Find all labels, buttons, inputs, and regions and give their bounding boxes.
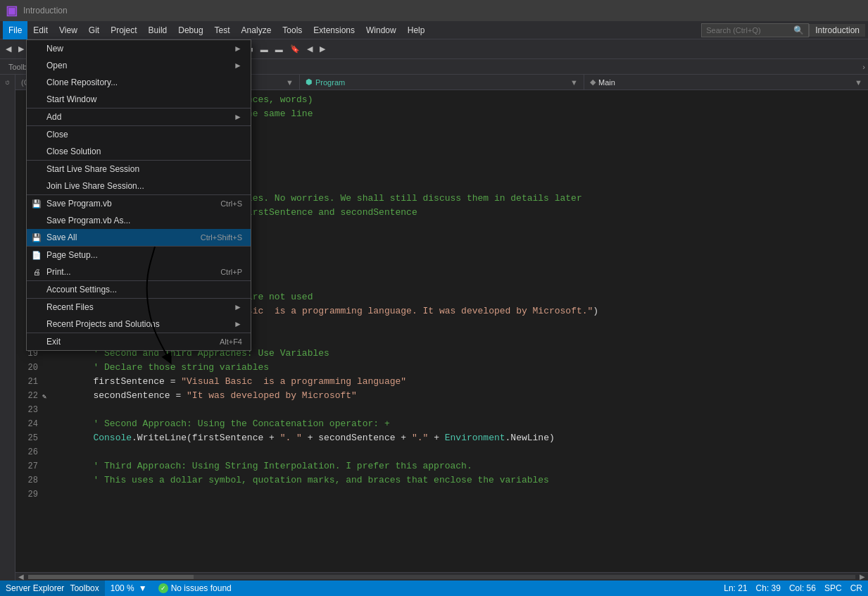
nav-method-label: Main: [598, 78, 615, 87]
code-line-blank7: [49, 403, 868, 417]
nav-class[interactable]: ⬢ Program ▼: [300, 75, 584, 90]
zoom-dropdown-icon: ▼: [139, 583, 147, 593]
status-left-panel: Server Explorer Toolbox: [0, 581, 105, 596]
spc-label: SPC: [824, 583, 842, 593]
code-line-c7: ' Declare those string variables: [49, 361, 868, 375]
line-num-20: 20: [15, 361, 38, 375]
collapse-btn[interactable]: ›: [862, 63, 865, 71]
toolbar-bookmark-btn[interactable]: 🔖: [287, 41, 303, 58]
menu-recent-files-arrow: ►: [234, 302, 242, 312]
menu-recent-files-label: Recent Files: [46, 302, 94, 312]
menu-extensions[interactable]: Extensions: [308, 21, 360, 39]
menu-analyze[interactable]: Analyze: [236, 21, 277, 39]
print-icon: 🖨: [31, 266, 42, 278]
toolbar-align-btn[interactable]: ▬: [258, 41, 271, 58]
scroll-left-btn[interactable]: ◀: [15, 573, 27, 581]
toolbar-nav2-btn[interactable]: ▶: [317, 41, 328, 58]
search-icon: 🔍: [793, 25, 804, 35]
menu-join-live[interactable]: Join Live Share Session...: [27, 178, 251, 194]
menu-window[interactable]: Window: [360, 21, 402, 39]
h-scroll-track[interactable]: [28, 575, 855, 579]
title-text: Introduction: [23, 6, 68, 15]
menu-new[interactable]: New ►: [27, 40, 251, 57]
menu-live-share[interactable]: Start Live Share Session: [27, 161, 251, 178]
menu-view[interactable]: View: [54, 21, 83, 39]
code-line-assign1: firstSentence = "Visual Basic is a progr…: [49, 375, 868, 389]
menu-save-program-shortcut: Ctrl+S: [220, 199, 242, 208]
nav-class-dropdown-icon: ▼: [570, 78, 578, 87]
menu-print-label: Print...: [46, 267, 71, 277]
menu-recent-files[interactable]: Recent Files ►: [27, 299, 251, 316]
toolbar-align2-btn[interactable]: ▬: [272, 41, 286, 58]
menu-test[interactable]: Test: [209, 21, 236, 39]
h-scroll-thumb[interactable]: [28, 575, 194, 579]
nav-dropdown-icon: ▼: [286, 78, 294, 87]
toolbar-nav1-btn[interactable]: ◀: [304, 41, 315, 58]
menu-start-window-label: Start Window: [46, 94, 96, 104]
code-line-blank8: [49, 445, 868, 459]
introduction-badge: Introduction: [809, 24, 865, 37]
code-line-c9: ' Third Approach: Using String Interpola…: [49, 459, 868, 473]
menu-start-window[interactable]: Start Window: [27, 91, 251, 108]
menu-save-program[interactable]: 💾 Save Program.vb Ctrl+S: [27, 195, 251, 212]
menu-open[interactable]: Open ►: [27, 57, 251, 74]
line-num-21: 21: [15, 375, 38, 389]
menu-print[interactable]: 🖨 Print... Ctrl+P: [27, 263, 251, 280]
menu-account-label: Account Settings...: [46, 285, 117, 294]
menu-join-live-label: Join Live Share Session...: [46, 181, 144, 191]
menu-project[interactable]: Project: [105, 21, 142, 39]
code-line-assign2: secondSentence = "It was developed by Mi…: [49, 389, 868, 403]
save-all-icon: 💾: [31, 232, 42, 243]
line-num-23: 23: [15, 403, 38, 417]
menu-close-solution[interactable]: Close Solution: [27, 143, 251, 160]
menu-save-as-label: Save Program.vb As...: [46, 216, 130, 225]
line-num-27: 27: [15, 459, 38, 473]
menu-clone-label: Clone Repository...: [46, 77, 118, 87]
server-explorer-tab[interactable]: Server Explorer: [6, 583, 64, 593]
menu-close-solution-label: Close Solution: [46, 147, 101, 156]
left-sidebar: G: [0, 75, 15, 581]
menu-exit[interactable]: Exit Alt+F4: [27, 333, 251, 350]
menu-print-shortcut: Ctrl+P: [220, 268, 242, 276]
scroll-right-btn[interactable]: ▶: [857, 573, 868, 581]
menu-file[interactable]: File: [3, 21, 27, 39]
page-setup-icon: 📄: [31, 249, 42, 261]
menu-help[interactable]: Help: [402, 21, 431, 39]
line-num-28: 28: [15, 473, 38, 488]
h-scrollbar[interactable]: ◀ ▶: [15, 572, 868, 581]
code-line-c8: ' Second Approach: Using the Concatenati…: [49, 417, 868, 431]
vs-logo-icon: ▣: [6, 3, 18, 18]
menu-new-arrow: ►: [234, 44, 242, 54]
menu-save-program-label: Save Program.vb: [46, 199, 112, 209]
menu-account[interactable]: Account Settings...: [27, 281, 251, 298]
char-pos: Ch: 39: [756, 583, 781, 593]
save-icon: 💾: [31, 198, 42, 209]
menu-save-all-shortcut: Ctrl+Shift+S: [201, 233, 242, 242]
menu-exit-label: Exit: [46, 337, 61, 347]
nav-class-icon: ⬢: [306, 77, 313, 87]
menu-page-setup[interactable]: 📄 Page Setup...: [27, 247, 251, 263]
menu-clone-repo[interactable]: Clone Repository...: [27, 74, 251, 91]
menu-exit-shortcut: Alt+F4: [220, 337, 242, 346]
menu-recent-projects[interactable]: Recent Projects and Solutions ►: [27, 316, 251, 333]
menu-git[interactable]: Git: [83, 21, 105, 39]
toolbar-back-btn[interactable]: ◀: [3, 41, 14, 58]
nav-method[interactable]: ◆ Main ▼: [584, 75, 868, 90]
menu-save-all[interactable]: 💾 Save All Ctrl+Shift+S: [27, 229, 251, 246]
status-right: Ln: 21 Ch: 39 Col: 56 SPC CR: [724, 583, 862, 593]
menu-save-as[interactable]: Save Program.vb As...: [27, 212, 251, 229]
line-num-29: 29: [15, 488, 38, 502]
menu-live-share-label: Start Live Share Session: [46, 164, 139, 174]
menu-close[interactable]: Close: [27, 126, 251, 143]
menu-add[interactable]: Add ►: [27, 108, 251, 125]
menu-recent-projects-label: Recent Projects and Solutions: [46, 319, 160, 329]
search-input[interactable]: [706, 26, 791, 35]
menu-edit[interactable]: Edit: [27, 21, 54, 39]
nav-method-dropdown-icon: ▼: [855, 78, 862, 87]
menu-tools[interactable]: Tools: [277, 21, 308, 39]
menu-debug[interactable]: Debug: [172, 21, 208, 39]
toolbar-forward-btn[interactable]: ▶: [15, 41, 27, 58]
menu-search-box[interactable]: 🔍: [701, 23, 809, 37]
toolbox-tab[interactable]: Toolbox: [70, 583, 99, 593]
menu-build[interactable]: Build: [143, 21, 173, 39]
